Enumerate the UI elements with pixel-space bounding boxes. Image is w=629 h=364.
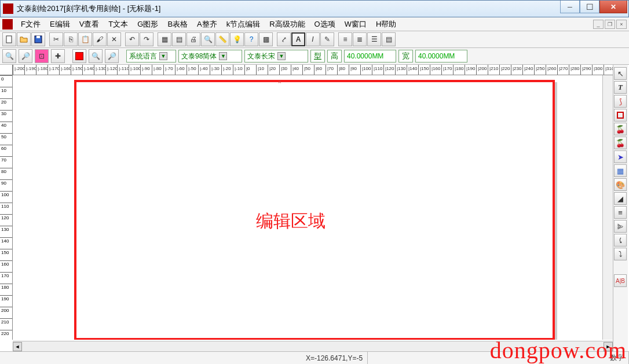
align-center-icon[interactable]: ≣ [353, 32, 367, 46]
statusbar: X=-126.6471,Y=-5 数字 [0, 351, 629, 364]
path1-icon[interactable]: ⤹ [614, 234, 627, 247]
menu-advanced[interactable]: R高级功能 [265, 18, 309, 31]
mdi-close-button[interactable]: × [616, 20, 627, 29]
preview-icon[interactable]: 🔍 [201, 32, 215, 46]
scrollbar-horizontal[interactable]: ◄ ► [13, 341, 613, 351]
red-square-icon[interactable] [72, 49, 86, 63]
menu-options[interactable]: O选项 [310, 18, 340, 31]
text-tool-icon[interactable]: T [614, 81, 627, 94]
print-icon[interactable]: 🖨 [186, 32, 200, 46]
status-mode: 数字 [605, 352, 629, 364]
ruler-vertical[interactable]: 0102030405060708090100110120130140150160… [0, 75, 13, 340]
mdi-restore-button[interactable]: ❐ [605, 20, 615, 29]
menu-logo-icon [2, 19, 13, 30]
script-icon[interactable]: ✎ [320, 32, 334, 46]
zoom-q1-icon[interactable]: 🔍 [89, 49, 103, 63]
close-button[interactable] [599, 1, 627, 13]
layer-icon[interactable]: ▤ [172, 32, 186, 46]
width-label: 宽 [398, 50, 413, 62]
curve-tool-icon[interactable]: ⟆ [614, 95, 627, 108]
crosshair-icon: × [278, 79, 281, 85]
zoom-plus-icon[interactable]: ✚ [51, 49, 65, 63]
status-coords: X=-126.6471,Y=-5 [301, 352, 368, 364]
font2-select[interactable]: 文泰长宋 [244, 50, 308, 62]
menu-window[interactable]: W窗口 [340, 18, 371, 31]
align3-icon[interactable]: ≡ [614, 206, 627, 219]
menubar: F文件 E编辑 V查看 T文本 G图形 B表格 A整齐 k节点编辑 R高级功能 … [0, 17, 629, 31]
canvas-page[interactable]: 编辑区域 [74, 80, 555, 340]
app-icon [3, 3, 13, 14]
workspace: |-200|-190|-180|-170|-160|-150|-140|-130… [0, 65, 629, 351]
toolbar-font: 🔍 🔎 ⊡ ✚ 🔍 🔎 系统语言 文泰98简体 文泰长宋 型 高 40.0000… [0, 48, 629, 65]
menu-edit[interactable]: E编辑 [45, 18, 75, 31]
mirror-icon[interactable]: ⤤ [277, 32, 291, 46]
ruler-corner [0, 65, 13, 75]
table-tool-icon[interactable]: ▦ [614, 164, 627, 177]
scroll-track[interactable] [22, 342, 604, 351]
palette-icon[interactable]: 🎨 [614, 178, 627, 191]
language-select[interactable]: 系统语言 [126, 50, 176, 62]
svg-rect-0 [6, 36, 12, 43]
minimize-button[interactable] [560, 1, 580, 13]
svg-rect-2 [36, 36, 40, 38]
char-a-icon[interactable]: A [291, 32, 305, 46]
italic-icon[interactable]: I [306, 32, 320, 46]
window-title: 文泰刻绘2017[刻字机专用刻绘] - [无标题-1] [17, 3, 626, 14]
cherry1-icon[interactable]: 🍒 [614, 123, 627, 135]
arrow2-icon[interactable]: ➤ [614, 150, 627, 163]
align-right-icon[interactable]: ☰ [367, 32, 381, 46]
help-icon[interactable]: ? [244, 32, 258, 46]
menu-help[interactable]: H帮助 [371, 18, 401, 31]
scroll-right-icon[interactable]: ► [604, 342, 613, 351]
maximize-button[interactable] [580, 1, 599, 13]
redo-icon[interactable]: ↷ [140, 32, 153, 46]
ruler-horizontal[interactable]: |-200|-190|-180|-170|-160|-150|-140|-130… [13, 65, 613, 75]
align-left-icon[interactable]: ≡ [338, 32, 352, 46]
font1-select[interactable]: 文泰98简体 [178, 50, 242, 62]
menu-node[interactable]: k节点编辑 [222, 18, 265, 31]
menu-align[interactable]: A整齐 [192, 18, 222, 31]
canvas-annotation: 编辑区域 [256, 209, 326, 233]
menu-text[interactable]: T文本 [104, 18, 133, 31]
titlebar[interactable]: 文泰刻绘2017[刻字机专用刻绘] - [无标题-1] [0, 0, 629, 17]
save-icon[interactable] [31, 32, 45, 46]
zoom-fit-icon[interactable]: 🔍 [2, 49, 16, 63]
menu-view[interactable]: V查看 [75, 18, 104, 31]
arrow-tool-icon[interactable]: ↖ [614, 67, 627, 80]
format-brush-icon[interactable]: 🖌 [93, 32, 107, 46]
path2-icon[interactable]: ⤵ [614, 248, 627, 260]
new-icon[interactable] [2, 32, 16, 46]
open-icon[interactable] [17, 32, 31, 46]
zoom-in-icon[interactable]: 🔎 [19, 49, 32, 63]
scroll-left-icon[interactable]: ◄ [13, 342, 22, 351]
canvas-viewport[interactable]: 编辑区域 × [13, 75, 613, 340]
toolbar-vertical: ↖ T ⟆ 🍒 🍒 ➤ ▦ 🎨 ◢ ≡ ⫸ ⤹ ⤵ A|B [613, 65, 628, 351]
bulb-icon[interactable]: 💡 [230, 32, 244, 46]
align4-icon[interactable]: ⫸ [614, 220, 627, 233]
width-input[interactable]: 40.0000MM [415, 50, 467, 62]
menu-table[interactable]: B表格 [163, 18, 192, 31]
copy-icon[interactable]: ⎘ [64, 32, 78, 46]
rect-tool-icon[interactable] [614, 109, 627, 122]
delete-icon[interactable]: ✕ [107, 32, 121, 46]
zoom-q2-icon[interactable]: 🔎 [105, 49, 119, 63]
grid-icon[interactable]: ▦ [158, 32, 171, 46]
scrollbar-vertical[interactable] [602, 75, 613, 340]
undo-icon[interactable]: ↶ [125, 32, 139, 46]
ruler-icon[interactable]: 📏 [215, 32, 229, 46]
cherry2-icon[interactable]: 🍒 [614, 137, 627, 149]
toolbar-main: ✂ ⎘ 📋 🖌 ✕ ↶ ↷ ▦ ▤ 🖨 🔍 📏 💡 ? ▩ ⤤ A I ✎ ≡ … [0, 31, 629, 48]
height-label: 高 [327, 50, 342, 62]
checker-icon[interactable]: ▩ [259, 32, 273, 46]
align-justify-icon[interactable]: ▤ [382, 32, 396, 46]
ab-icon[interactable]: A|B [614, 274, 627, 287]
menu-file[interactable]: F文件 [16, 18, 45, 31]
menu-shape[interactable]: G图形 [133, 18, 163, 31]
height-input[interactable]: 40.0000MM [344, 50, 396, 62]
type-label: 型 [310, 50, 325, 62]
mdi-minimize-button[interactable]: _ [593, 20, 604, 29]
paste-icon[interactable]: 📋 [78, 32, 92, 46]
brush2-icon[interactable]: ◢ [614, 192, 627, 205]
cut-icon[interactable]: ✂ [49, 32, 63, 46]
zoom-sel-icon[interactable]: ⊡ [35, 49, 49, 63]
